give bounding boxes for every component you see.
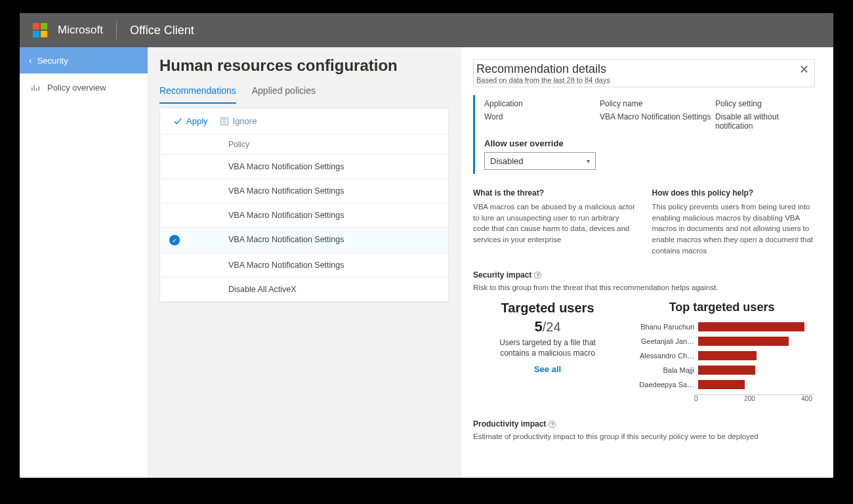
product-label: Office Client <box>130 24 194 37</box>
row-policy: VBA Macro Notification Settings <box>228 162 439 171</box>
security-impact-heading: Security impact <box>473 270 531 280</box>
chart-tick: 200 <box>744 395 755 402</box>
chart-bar-label: Alessandro Ch… <box>629 352 694 360</box>
table-row[interactable]: Disable All ActiveX <box>160 278 448 302</box>
sidebar: ‹ Security Policy overview <box>20 47 148 478</box>
targeted-caption: Users targeted by a file that contains a… <box>489 338 607 358</box>
chart-bar-fill <box>698 322 804 331</box>
page-title: Human resources configuration <box>159 56 449 75</box>
chart-bar-label: Daedeepya Sa… <box>629 381 694 388</box>
chart-bar-row: Bhanu Paruchuri <box>629 320 815 334</box>
threat-body: VBA macros can be abused by a malicious … <box>473 201 636 245</box>
main-content: Human resources configuration Recommenda… <box>148 47 461 478</box>
check-icon <box>173 117 182 126</box>
apply-button[interactable]: Apply <box>169 114 212 129</box>
security-impact-section: Security impact ? Risk to this group fro… <box>473 270 815 402</box>
help-title: How does this policy help? <box>652 188 816 198</box>
ignore-label: Ignore <box>233 116 257 126</box>
help-body: This policy prevents users from being lu… <box>652 201 816 256</box>
app-frame: Microsoft Office Client ‹ Security Polic… <box>20 13 833 478</box>
close-button[interactable]: ✕ <box>799 62 809 77</box>
checkmark-icon: ✓ <box>169 235 180 245</box>
chevron-down-icon: ▾ <box>587 158 590 165</box>
row-policy: VBA Macro Notification Settings <box>228 235 439 245</box>
chart-bar-label: Geetanjali Jan… <box>629 337 694 345</box>
row-policy: Disable All ActiveX <box>228 285 439 294</box>
info-icon[interactable]: ? <box>534 272 541 279</box>
targeted-title: Targeted users <box>473 301 622 316</box>
chart-title: Top targeted users <box>629 301 815 314</box>
row-policy: VBA Macro Notification Settings <box>228 186 439 196</box>
chart-bar-row: Geetanjali Jan… <box>629 334 815 348</box>
see-all-link[interactable]: See all <box>473 364 622 374</box>
chart-bar-fill <box>698 380 745 389</box>
meta-application-label: Application <box>484 99 596 108</box>
chart-bar-fill <box>698 337 789 346</box>
breadcrumb-back[interactable]: ‹ Security <box>20 47 148 74</box>
threat-title: What is the threat? <box>473 188 636 198</box>
tabs: Recommendations Applied policies <box>159 81 449 104</box>
ignore-button[interactable]: Ignore <box>216 114 261 129</box>
chart-tick: 0 <box>694 395 698 402</box>
chart-bar-fill <box>698 366 755 375</box>
override-select[interactable]: Disabled ▾ <box>484 152 596 170</box>
header-divider <box>116 21 117 39</box>
meta-policy-name-label: Policy name <box>600 99 711 108</box>
table-row[interactable]: ✓ VBA Macro Notification Settings <box>160 228 448 253</box>
chart-bar-row: Bala Majji <box>629 363 815 377</box>
top-targeted-chart: Top targeted users Bhanu ParuchuriGeetan… <box>629 301 815 402</box>
chart-bar-label: Bala Majji <box>629 366 694 374</box>
breadcrumb-label: Security <box>37 56 68 66</box>
column-headers: Policy <box>160 135 448 155</box>
close-icon: ✕ <box>799 63 809 76</box>
chart-bar-label: Bhanu Paruchuri <box>629 323 694 331</box>
detail-header: Recommendation details Based on data fro… <box>473 59 815 87</box>
security-impact-sub: Risk to this group from the threat that … <box>473 284 815 291</box>
explainer-columns: What is the threat? VBA macros can be ab… <box>473 188 815 256</box>
col-policy: Policy <box>228 140 439 149</box>
list-toolbar: Apply Ignore <box>160 108 448 135</box>
row-policy: VBA Macro Notification Settings <box>228 261 439 270</box>
chart-bars: Bhanu ParuchuriGeetanjali Jan…Alessandro… <box>629 320 815 392</box>
table-row[interactable]: VBA Macro Notification Settings <box>160 203 448 228</box>
chart-bar-fill <box>698 351 757 360</box>
override-label: Allow user override <box>484 138 815 148</box>
meta-policy-setting-value: Disable all without notification <box>715 112 815 131</box>
meta-policy-name-value: VBA Macro Notification Settings <box>600 112 711 131</box>
brand-label: Microsoft <box>58 24 103 37</box>
targeted-count: 5/24 <box>473 318 622 335</box>
detail-subtitle: Based on data from the last 28 to 84 day… <box>476 76 610 84</box>
table-row[interactable]: VBA Macro Notification Settings <box>160 253 448 278</box>
chart-bar-row: Daedeepya Sa… <box>629 377 815 392</box>
meta-application-value: Word <box>484 112 596 131</box>
list-icon <box>220 117 229 126</box>
detail-title: Recommendation details <box>476 62 610 76</box>
table-row[interactable]: VBA Macro Notification Settings <box>160 155 448 179</box>
policy-meta: Application Policy name Policy setting W… <box>473 95 815 174</box>
sidebar-item-label: Policy overview <box>47 83 106 93</box>
apply-label: Apply <box>186 116 208 126</box>
targeted-users-metric: Targeted users 5/24 Users targeted by a … <box>473 301 622 373</box>
productivity-impact-section: Productivity impact ? Estimate of produc… <box>473 419 815 440</box>
sidebar-item-policy-overview[interactable]: Policy overview <box>20 74 148 102</box>
tab-recommendations[interactable]: Recommendations <box>159 81 236 104</box>
tab-applied-policies[interactable]: Applied policies <box>252 81 316 104</box>
chart-axis-ticks: 0200400 <box>694 395 815 402</box>
global-header: Microsoft Office Client <box>20 13 833 47</box>
detail-panel: Recommendation details Based on data fro… <box>461 47 833 478</box>
productivity-heading: Productivity impact <box>473 419 546 429</box>
row-policy: VBA Macro Notification Settings <box>228 211 439 220</box>
table-row[interactable]: VBA Macro Notification Settings <box>160 179 448 203</box>
info-icon[interactable]: ? <box>549 421 556 428</box>
chevron-left-icon: ‹ <box>29 55 32 66</box>
microsoft-logo-icon <box>33 23 47 37</box>
meta-policy-setting-label: Policy setting <box>715 99 815 108</box>
override-value: Disabled <box>490 156 524 166</box>
chart-tick: 400 <box>801 395 812 402</box>
productivity-sub: Estimate of productivity impact to this … <box>473 432 815 440</box>
bars-icon <box>31 84 41 92</box>
recommendation-list: Apply Ignore Policy <box>159 108 449 303</box>
chart-bar-row: Alessandro Ch… <box>629 348 815 363</box>
